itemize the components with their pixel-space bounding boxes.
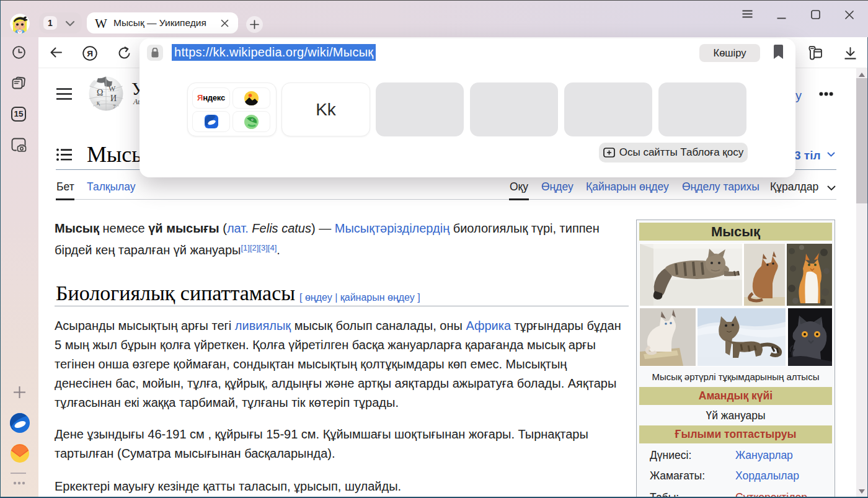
svg-text:И: И	[110, 94, 117, 103]
svg-text:Ω: Ω	[97, 88, 103, 97]
svg-text:7: 7	[113, 104, 116, 110]
svg-text:қ: қ	[97, 99, 100, 106]
svg-text:W: W	[108, 84, 116, 93]
